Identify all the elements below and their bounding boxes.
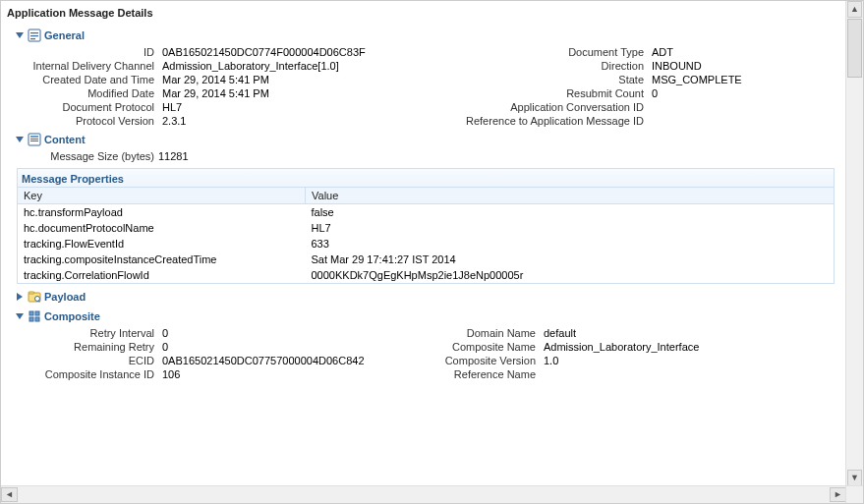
kv-value: 0AB165021450DC0774F000004D06C83F: [162, 46, 418, 58]
kv-value: 0: [162, 327, 418, 339]
kv-value: HL7: [162, 101, 418, 113]
vertical-scrollbar[interactable]: ▲ ▼: [845, 1, 863, 486]
kv-label: Direction: [422, 60, 648, 72]
svg-rect-7: [30, 136, 38, 138]
kv-value: ADT: [652, 46, 829, 58]
kv-value: Admission_Laboratory_Interface[1.0]: [162, 60, 418, 72]
kv-label: Modified Date: [21, 87, 158, 99]
col-value[interactable]: Value: [306, 188, 835, 204]
cell-key: tracking.FlowEventId: [18, 236, 306, 252]
collapse-icon[interactable]: [15, 311, 25, 321]
kv-value: 0: [652, 87, 829, 99]
scroll-down-arrow[interactable]: ▼: [847, 470, 862, 486]
kv-label: Composite Instance ID: [21, 368, 158, 380]
cell-key: hc.documentProtocolName: [18, 220, 306, 236]
kv-value: Mar 29, 2014 5:41 PM: [162, 74, 418, 85]
cell-value: Sat Mar 29 17:41:27 IST 2014: [306, 252, 835, 267]
section-composite: Composite Retry Interval0Domain Namedefa…: [15, 309, 836, 380]
kv-value: [652, 115, 829, 127]
kv-label: Domain Name: [422, 327, 540, 339]
svg-rect-4: [30, 38, 35, 39]
kv-value: Mar 29, 2014 5:41 PM: [162, 87, 418, 99]
table-row[interactable]: tracking.FlowEventId633: [18, 236, 835, 252]
table-row[interactable]: tracking.CorrelationFlowId0000KKDk7QgEgK…: [18, 267, 835, 284]
kv-label: Resubmit Count: [422, 87, 648, 99]
kv-value: MSG_COMPLETE: [652, 74, 829, 85]
scroll-thumb[interactable]: [847, 19, 862, 78]
scroll-right-arrow[interactable]: ►: [830, 487, 846, 502]
section-title-content: Content: [44, 134, 86, 145]
cell-value: 633: [306, 236, 835, 252]
section-title-payload: Payload: [44, 291, 86, 303]
composite-grid: Retry Interval0Domain NamedefaultRemaini…: [21, 327, 836, 380]
content-icon: [28, 133, 41, 146]
table-row[interactable]: hc.documentProtocolNameHL7: [18, 220, 835, 236]
kv-label: Created Date and Time: [21, 74, 158, 85]
expand-icon[interactable]: [15, 292, 25, 302]
kv-label: State: [422, 74, 648, 85]
cell-value: HL7: [306, 220, 835, 236]
kv-label: ECID: [21, 355, 158, 366]
collapse-icon[interactable]: [15, 30, 25, 40]
kv-label: Application Conversation ID: [422, 101, 648, 113]
svg-rect-17: [35, 311, 39, 315]
msg-size-label: Message Size (bytes): [21, 150, 158, 162]
table-row[interactable]: hc.transformPayloadfalse: [18, 204, 835, 221]
kv-label: Retry Interval: [21, 327, 158, 339]
kv-value: INBOUND: [652, 60, 829, 72]
general-grid: ID0AB165021450DC0774F000004D06C83FDocume…: [21, 46, 836, 127]
kv-value: 106: [162, 368, 418, 380]
kv-label: Document Type: [422, 46, 648, 58]
section-content: Content Message Size (bytes) 11281 Messa…: [15, 133, 836, 284]
svg-rect-18: [29, 317, 33, 321]
kv-label: ID: [21, 46, 158, 58]
svg-rect-8: [30, 139, 38, 140]
kv-value: 0AB165021450DC07757000004D06C842: [162, 355, 418, 366]
composite-icon: [28, 309, 41, 323]
kv-label: Remaining Retry: [21, 341, 158, 353]
scroll-up-arrow[interactable]: ▲: [847, 1, 862, 18]
cell-key: tracking.CorrelationFlowId: [18, 267, 306, 284]
svg-marker-10: [17, 293, 23, 301]
table-row[interactable]: tracking.compositeInstanceCreatedTimeSat…: [18, 252, 835, 267]
kv-value: Admission_Laboratory_Interface: [544, 341, 799, 353]
general-icon: [28, 28, 41, 42]
kv-label: Composite Name: [422, 341, 540, 353]
section-payload: Payload: [15, 290, 836, 304]
cell-value: false: [306, 204, 835, 221]
svg-rect-12: [29, 292, 34, 294]
section-general: General ID0AB165021450DC0774F000004D06C8…: [15, 28, 836, 127]
kv-label: Reference to Application Message ID: [422, 115, 648, 127]
svg-rect-2: [30, 32, 38, 33]
kv-label: Document Protocol: [21, 101, 158, 113]
svg-rect-3: [30, 35, 38, 36]
horizontal-scrollbar[interactable]: ◄ ►: [1, 485, 846, 503]
section-title-general: General: [44, 29, 85, 41]
kv-value: [544, 368, 799, 380]
kv-label: Protocol Version: [21, 115, 158, 127]
cell-key: hc.transformPayload: [18, 204, 306, 221]
kv-label: Reference Name: [422, 368, 540, 380]
svg-marker-15: [16, 313, 24, 319]
svg-rect-19: [35, 317, 39, 321]
svg-marker-0: [16, 32, 24, 38]
kv-value: 0: [162, 341, 418, 353]
scroll-left-arrow[interactable]: ◄: [1, 487, 18, 502]
cell-key: tracking.compositeInstanceCreatedTime: [18, 252, 306, 267]
kv-value: 2.3.1: [162, 115, 418, 127]
main-content: Application Message Details General ID0A: [1, 1, 846, 486]
kv-value: default: [544, 327, 799, 339]
svg-rect-16: [29, 311, 33, 315]
section-title-composite: Composite: [44, 310, 100, 322]
kv-value: [652, 101, 829, 113]
cell-value: 0000KKDk7QgEgKHpMsp2ie1J8eNp00005r: [306, 267, 835, 284]
scrollbar-corner: [845, 485, 863, 503]
col-key[interactable]: Key: [18, 188, 306, 204]
svg-rect-9: [30, 140, 38, 141]
collapse-icon[interactable]: [15, 135, 25, 144]
page-title: Application Message Details: [5, 5, 836, 25]
svg-marker-5: [16, 137, 24, 142]
kv-label: Composite Version: [422, 355, 540, 366]
kv-label: Internal Delivery Channel: [21, 60, 158, 72]
kv-value: 1.0: [544, 355, 799, 366]
